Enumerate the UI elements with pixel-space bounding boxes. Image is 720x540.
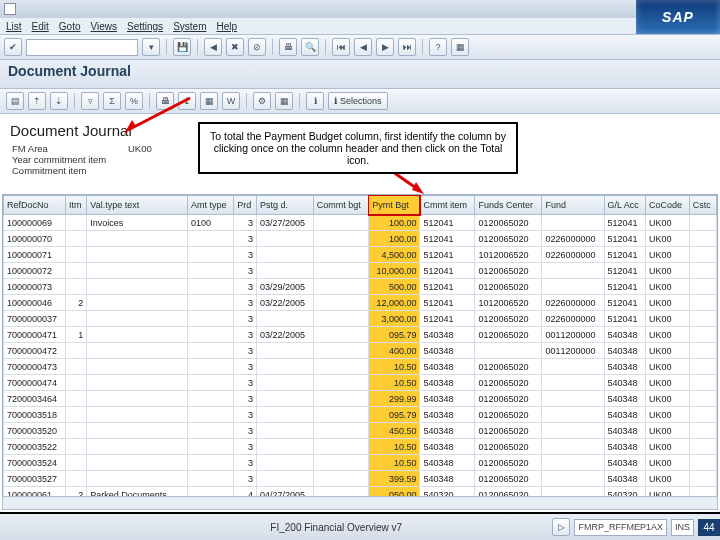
table-row[interactable]: 100000069Invoices0100303/27/2005100.0051…	[4, 215, 717, 231]
cell-c13	[689, 439, 716, 455]
cell-c0: 7000003520	[4, 423, 66, 439]
table-row[interactable]: 7000003524310.505403480120065020540348UK…	[4, 455, 717, 471]
cell-c2: Invoices	[87, 215, 188, 231]
cell-c8: 540348	[420, 375, 475, 391]
cell-c10: 0226000000	[542, 295, 604, 311]
table-row[interactable]: 72000034643299.995403480120065020540348U…	[4, 391, 717, 407]
cell-c8: 512041	[420, 231, 475, 247]
last-page-icon[interactable]: ⏭	[398, 38, 416, 56]
cancel-icon[interactable]: ⊘	[248, 38, 266, 56]
cell-c4: 3	[234, 247, 257, 263]
excel-icon[interactable]: ▦	[200, 92, 218, 110]
selections-button[interactable]: ℹSelections	[328, 92, 388, 110]
cell-c5: 03/27/2005	[257, 215, 314, 231]
table-row[interactable]: 70000035273399.595403480120065020540348U…	[4, 471, 717, 487]
exit-icon[interactable]: ✖	[226, 38, 244, 56]
table-row[interactable]: 7000003522310.505403480120065020540348UK…	[4, 439, 717, 455]
cell-c11: 512041	[604, 263, 646, 279]
table-row[interactable]: 10000007134,500.005120411012006520022600…	[4, 247, 717, 263]
col-fundscenter[interactable]: Funds Center	[475, 196, 542, 215]
col-valtype[interactable]: Val.type text	[87, 196, 188, 215]
export-icon[interactable]: ⤓	[178, 92, 196, 110]
layout-change-icon[interactable]: ⚙	[253, 92, 271, 110]
cell-c5	[257, 391, 314, 407]
table-row[interactable]: 70000035203450.505403480120065020540348U…	[4, 423, 717, 439]
col-prd[interactable]: Prd	[234, 196, 257, 215]
cell-c3	[187, 359, 233, 375]
table-row[interactable]: 1000000462303/22/200512,000.005120411012…	[4, 295, 717, 311]
table-row[interactable]: 100000072310,000.00512041012006502051204…	[4, 263, 717, 279]
table-row[interactable]: 100000073303/29/2005500.0051204101200650…	[4, 279, 717, 295]
table-row[interactable]: 700000003733,000.00512041012006502002260…	[4, 311, 717, 327]
col-glacc[interactable]: G/L Acc	[604, 196, 646, 215]
meta-value: UK00	[128, 143, 198, 154]
table-row[interactable]: 70000004711303/22/2005095.79540348012006…	[4, 327, 717, 343]
col-itm[interactable]: Itm	[66, 196, 87, 215]
sort-desc-icon[interactable]: ⇣	[50, 92, 68, 110]
cell-c5	[257, 359, 314, 375]
col-pymtbgt[interactable]: Pymt Bgt	[369, 196, 420, 215]
table-row[interactable]: 7000000474310.505403480120065020540348UK…	[4, 375, 717, 391]
cell-c3	[187, 279, 233, 295]
word-icon[interactable]: W	[222, 92, 240, 110]
first-page-icon[interactable]: ⏮	[332, 38, 350, 56]
col-amttype[interactable]: Amt type	[187, 196, 233, 215]
table-row[interactable]: 7000000473310.505403480120065020540348UK…	[4, 359, 717, 375]
cell-c5	[257, 455, 314, 471]
total-icon[interactable]: Σ	[103, 92, 121, 110]
details-icon[interactable]: ▤	[6, 92, 24, 110]
print-preview-icon[interactable]: 🖶	[156, 92, 174, 110]
find-icon[interactable]: 🔍	[301, 38, 319, 56]
cell-c5	[257, 423, 314, 439]
subtotal-icon[interactable]: %	[125, 92, 143, 110]
cell-c13	[689, 263, 716, 279]
meta-label: FM Area	[12, 143, 122, 154]
cell-c3	[187, 343, 233, 359]
cell-c12: UK00	[646, 311, 690, 327]
prev-page-icon[interactable]: ◀	[354, 38, 372, 56]
cell-c11: 512041	[604, 247, 646, 263]
col-cmmtitem[interactable]: Cmmt item	[420, 196, 475, 215]
cell-c11: 540348	[604, 327, 646, 343]
horizontal-scrollbar[interactable]	[2, 496, 718, 510]
info-icon[interactable]: ℹ	[306, 92, 324, 110]
cell-c9: 0120065020	[475, 215, 542, 231]
col-pstgd[interactable]: Pstg d.	[257, 196, 314, 215]
col-fund[interactable]: Fund	[542, 196, 604, 215]
enter-icon[interactable]: ✔	[4, 38, 22, 56]
cell-c4: 3	[234, 455, 257, 471]
col-refdocno[interactable]: RefDocNo	[4, 196, 66, 215]
meta-value	[128, 154, 198, 165]
table-row[interactable]: 1000000703100.00512041012006502002260000…	[4, 231, 717, 247]
menu-help[interactable]: Help	[216, 21, 237, 32]
cell-c6	[313, 215, 369, 231]
sort-asc-icon[interactable]: ⇡	[28, 92, 46, 110]
menu-list[interactable]: List	[6, 21, 22, 32]
help-icon[interactable]: ?	[429, 38, 447, 56]
layout-icon[interactable]: ▦	[451, 38, 469, 56]
table-row[interactable]: 70000004723400.005403480011200000540348U…	[4, 343, 717, 359]
cell-c6	[313, 263, 369, 279]
cell-c7: 500.00	[369, 279, 420, 295]
menu-system[interactable]: System	[173, 21, 206, 32]
menu-views[interactable]: Views	[90, 21, 117, 32]
command-field[interactable]	[26, 39, 138, 56]
col-commtbgt[interactable]: Commt bgt	[313, 196, 369, 215]
status-nav-icon[interactable]: ▷	[552, 518, 570, 536]
back-icon[interactable]: ◀	[204, 38, 222, 56]
dropdown-icon[interactable]: ▾	[142, 38, 160, 56]
layout-save-icon[interactable]: ▦	[275, 92, 293, 110]
save-icon[interactable]: 💾	[173, 38, 191, 56]
status-bar: FI_200 Financial Overview v7 ▷ FMRP_RFFM…	[0, 512, 720, 540]
menu-edit[interactable]: Edit	[32, 21, 49, 32]
table-row[interactable]: 70000035183095.795403480120065020540348U…	[4, 407, 717, 423]
col-cstc[interactable]: Cstc	[689, 196, 716, 215]
cell-c8: 512041	[420, 311, 475, 327]
col-cocode[interactable]: CoCode	[646, 196, 690, 215]
alv-grid[interactable]: RefDocNo Itm Val.type text Amt type Prd …	[2, 194, 718, 510]
menu-settings[interactable]: Settings	[127, 21, 163, 32]
print-icon[interactable]: 🖶	[279, 38, 297, 56]
next-page-icon[interactable]: ▶	[376, 38, 394, 56]
menu-goto[interactable]: Goto	[59, 21, 81, 32]
filter-icon[interactable]: ▿	[81, 92, 99, 110]
